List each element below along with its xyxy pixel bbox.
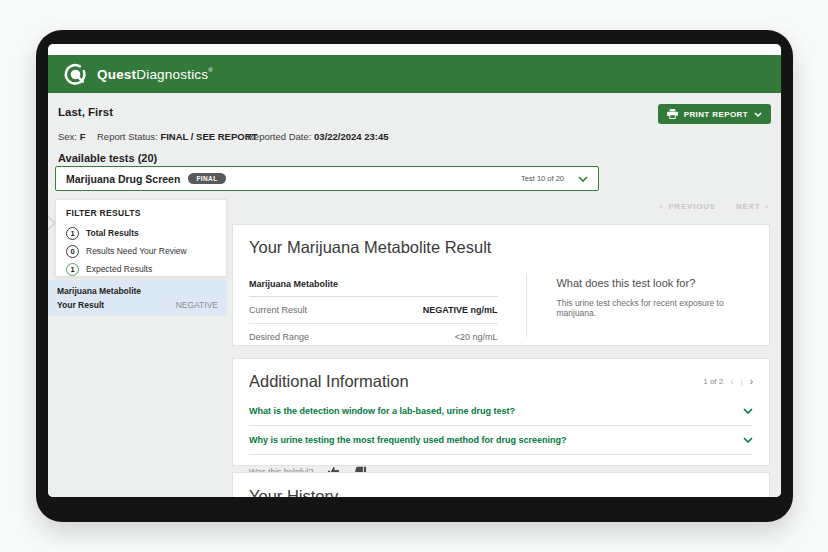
row-value: <20 ng/mL bbox=[455, 332, 498, 342]
filter-results-panel: FILTER RESULTS 1 Total Results 0 Results… bbox=[55, 199, 227, 277]
result-table-header: Marijuana Metabolite bbox=[249, 273, 498, 297]
chevron-right-icon: › bbox=[766, 202, 769, 211]
app-screen: QuestDiagnostics® Last, First Sex: F Rep… bbox=[48, 44, 781, 497]
printer-icon bbox=[667, 109, 678, 119]
quest-logo-icon bbox=[63, 62, 88, 87]
next-section-card: Your History bbox=[232, 472, 770, 497]
result-card-title: Your Marijuana Metabolite Result bbox=[249, 238, 491, 257]
row-label: Desired Range bbox=[249, 332, 309, 342]
print-report-button[interactable]: PRINT REPORT bbox=[658, 104, 771, 124]
test-selector-dropdown[interactable]: Marijuana Drug Screen FINAL Test 10 of 2… bbox=[55, 166, 599, 191]
table-row: Current Result NEGATIVE ng/mL bbox=[249, 297, 498, 324]
registered-mark: ® bbox=[208, 67, 213, 73]
test-info-column: What does this test look for? This urine… bbox=[526, 273, 755, 337]
test-position: Test 10 of 20 bbox=[521, 174, 564, 183]
test-pager: ‹PREVIOUS NEXT› bbox=[660, 202, 769, 211]
next-section-title: Your History bbox=[249, 487, 753, 497]
additional-info-title: Additional Information bbox=[249, 372, 409, 391]
patient-name: Last, First bbox=[58, 106, 113, 118]
count-badge: 1 bbox=[66, 227, 79, 240]
filter-results-title: FILTER RESULTS bbox=[66, 208, 226, 218]
chevron-left-icon: ‹ bbox=[660, 202, 663, 211]
brand-wordmark: QuestDiagnostics® bbox=[97, 67, 213, 82]
result-list-item-selected[interactable]: Marijuana Metabolite Your Result NEGATIV… bbox=[48, 280, 227, 316]
result-test-name: Marijuana Metabolite bbox=[57, 286, 218, 296]
filter-total-results[interactable]: 1 Total Results bbox=[66, 224, 226, 242]
reported-date: Reported Date: 03/22/2024 23:45 bbox=[247, 131, 389, 142]
chevron-down-icon bbox=[743, 408, 753, 414]
brand-header: QuestDiagnostics® bbox=[48, 55, 781, 93]
filter-expected-results[interactable]: 1 Expected Results bbox=[66, 260, 226, 278]
chevron-down-icon bbox=[578, 176, 588, 182]
chevron-down-icon bbox=[754, 112, 762, 117]
table-row: Desired Range <20 ng/mL bbox=[249, 324, 498, 350]
available-tests-label: Available tests (20) bbox=[58, 152, 157, 164]
filter-need-review[interactable]: 0 Results Need Your Review bbox=[66, 242, 226, 260]
test-name: Marijuana Drug Screen bbox=[66, 173, 180, 185]
result-label: Your Result bbox=[57, 300, 104, 310]
next-test-button[interactable]: NEXT› bbox=[736, 202, 769, 211]
test-info-answer: This urine test checks for recent exposu… bbox=[556, 298, 755, 318]
row-value: NEGATIVE ng/mL bbox=[423, 305, 498, 315]
row-label: Current Result bbox=[249, 305, 307, 315]
brand-quest: Quest bbox=[97, 67, 136, 82]
test-info-question: What does this test look for? bbox=[556, 277, 755, 289]
patient-sex: Sex: F bbox=[58, 131, 85, 142]
additional-info-card: Additional Information 1 of 2 ‹ | › What… bbox=[232, 358, 770, 466]
page-prev-icon[interactable]: ‹ bbox=[730, 376, 733, 387]
brand-diagnostics: Diagnostics bbox=[136, 67, 208, 82]
result-value: NEGATIVE bbox=[176, 300, 218, 310]
faq-question-1[interactable]: What is the detection window for a lab-b… bbox=[249, 397, 753, 426]
faq-pagination: 1 of 2 ‹ | › bbox=[703, 376, 753, 387]
result-table: Marijuana Metabolite Current Result NEGA… bbox=[249, 273, 498, 337]
final-status-badge: FINAL bbox=[188, 173, 225, 184]
page-indicator: 1 of 2 bbox=[703, 377, 723, 386]
page-separator: | bbox=[741, 377, 743, 386]
previous-test-button[interactable]: ‹PREVIOUS bbox=[660, 202, 716, 211]
count-badge: 0 bbox=[66, 245, 79, 258]
print-report-label: PRINT REPORT bbox=[684, 110, 748, 119]
report-status: Report Status: FINAL / SEE REPORT bbox=[97, 131, 257, 142]
chevron-down-icon bbox=[743, 437, 753, 443]
tablet-frame: QuestDiagnostics® Last, First Sex: F Rep… bbox=[36, 30, 793, 522]
result-detail-card: Your Marijuana Metabolite Result Marijua… bbox=[232, 224, 770, 346]
faq-question-2[interactable]: Why is urine testing the most frequently… bbox=[249, 426, 753, 455]
count-badge: 1 bbox=[66, 263, 79, 276]
page-next-icon[interactable]: › bbox=[750, 376, 753, 387]
